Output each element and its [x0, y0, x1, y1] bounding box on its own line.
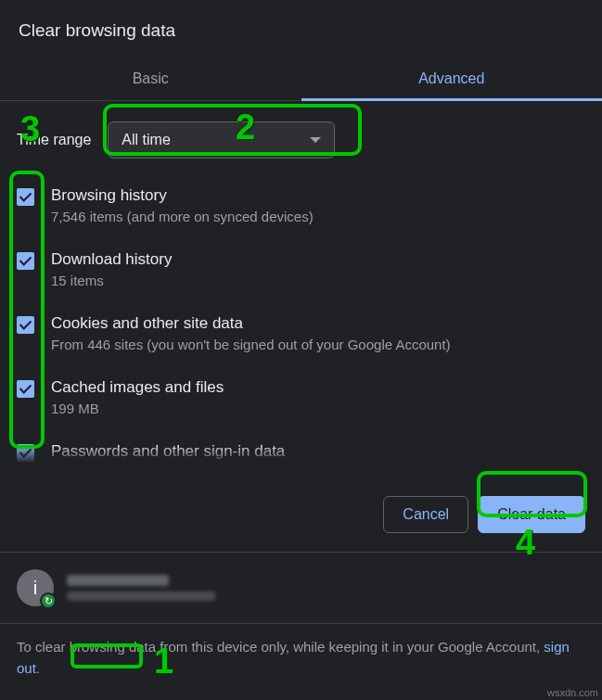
list-item: Browsing history 7,546 items (and more o… [17, 175, 585, 239]
dialog-title: Clear browsing data [0, 0, 602, 57]
list-item: Passwords and other sign-in data [17, 431, 585, 479]
item-desc: 7,546 items (and more on synced devices) [51, 209, 585, 224]
account-info [67, 575, 215, 601]
list-item: Download history 15 items [17, 239, 585, 303]
item-title: Cached images and files [51, 378, 585, 397]
time-range-row: Time range All time [0, 101, 602, 168]
avatar: i [17, 569, 54, 606]
time-range-dropdown[interactable]: All time [108, 121, 335, 159]
avatar-initial: i [33, 578, 37, 599]
data-type-list: Browsing history 7,546 items (and more o… [0, 168, 602, 479]
dialog-buttons: Cancel Clear data [0, 479, 602, 552]
clear-data-button[interactable]: Clear data [478, 496, 585, 533]
item-title: Download history [51, 250, 585, 269]
item-desc: 199 MB [51, 401, 585, 416]
list-item: Cached images and files 199 MB [17, 367, 585, 431]
account-row: i [0, 553, 602, 623]
checkbox-passwords[interactable] [17, 444, 34, 462]
tab-basic[interactable]: Basic [0, 57, 301, 100]
footer-text: To clear browsing data from this device … [0, 624, 602, 682]
tab-advanced[interactable]: Advanced [301, 57, 603, 100]
watermark: wsxdn.com [547, 687, 598, 698]
checkbox-download-history[interactable] [17, 252, 34, 270]
item-desc: From 446 sites (you won't be signed out … [51, 337, 585, 352]
account-name-redacted [67, 575, 169, 586]
footer-post: . [36, 660, 40, 676]
account-email-redacted [67, 592, 215, 601]
checkbox-cache[interactable] [17, 380, 34, 398]
cancel-button[interactable]: Cancel [383, 496, 468, 533]
item-title: Cookies and other site data [51, 314, 585, 333]
checkbox-browsing-history[interactable] [17, 188, 34, 206]
time-range-label: Time range [17, 132, 91, 148]
item-title: Passwords and other sign-in data [51, 442, 585, 461]
item-title: Browsing history [51, 186, 585, 205]
checkbox-cookies[interactable] [17, 316, 34, 334]
clear-browsing-data-dialog: Clear browsing data Basic Advanced Time … [0, 0, 602, 682]
tabs: Basic Advanced [0, 57, 602, 101]
item-desc: 15 items [51, 273, 585, 288]
time-range-value: All time [122, 132, 170, 147]
list-item: Cookies and other site data From 446 sit… [17, 303, 585, 367]
footer-pre: To clear browsing data from this device … [17, 639, 544, 655]
sync-icon [40, 592, 57, 609]
